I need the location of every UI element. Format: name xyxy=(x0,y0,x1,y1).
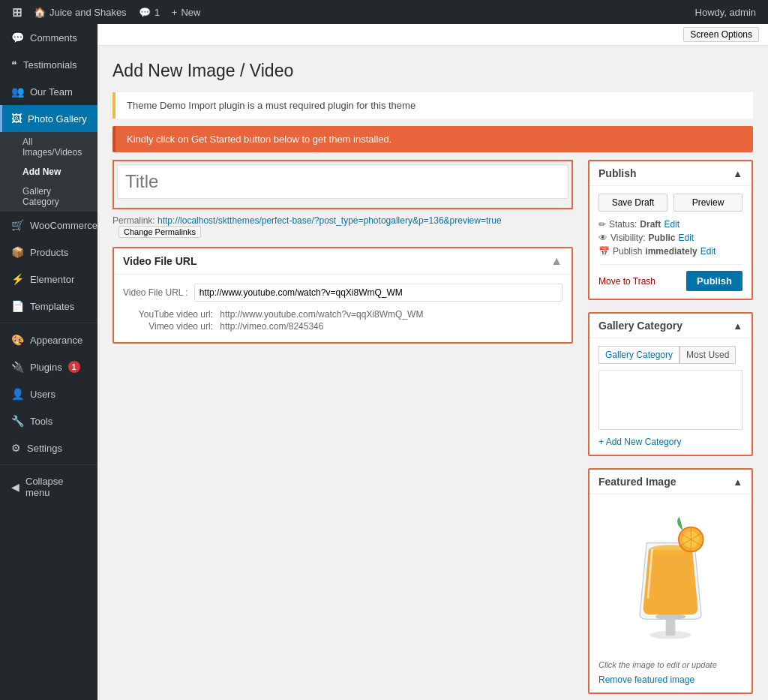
publish-buttons-row: Save Draft Preview xyxy=(598,194,742,212)
gallery-category-title: Gallery Category xyxy=(598,320,682,332)
sidebar-item-plugins[interactable]: 🔌 Plugins 1 xyxy=(0,353,98,380)
page-title: Add New Image / Video xyxy=(112,61,753,81)
settings-icon: ⚙ xyxy=(11,442,21,454)
gallery-category-header[interactable]: Gallery Category ▲ xyxy=(590,314,752,338)
howdy-text: Howdy, admin xyxy=(689,7,762,18)
sidebar-item-photo-gallery[interactable]: 🖼 Photo Gallery xyxy=(0,105,98,132)
submenu-add-new[interactable]: Add New xyxy=(0,162,98,182)
sidebar-item-templates[interactable]: 📄 Templates xyxy=(0,293,98,320)
permalink-url[interactable]: http://localhost/sktthemes/perfect-base/… xyxy=(158,215,502,226)
publish-immediately: immediately xyxy=(645,246,697,257)
sidebar-label-appearance: Appearance xyxy=(30,335,82,346)
sidebar-label-woocommerce: WooCommerce xyxy=(30,220,98,231)
sidebar-item-appearance[interactable]: 🎨 Appearance xyxy=(0,326,98,353)
save-draft-button[interactable]: Save Draft xyxy=(598,194,668,212)
featured-image-header[interactable]: Featured Image ▲ xyxy=(590,470,752,494)
sidebar-label-elementor: Elementor xyxy=(30,274,74,285)
visibility-value: Public xyxy=(648,233,675,243)
elementor-icon: ⚡ xyxy=(11,273,24,285)
visibility-edit-link[interactable]: Edit xyxy=(678,233,694,243)
featured-image-caption: Click the image to edit or update xyxy=(598,660,742,669)
plugins-badge: 1 xyxy=(68,361,80,373)
permalink-label: Permalink: xyxy=(112,215,155,226)
vimeo-url-row: Vimeo video url: http://vimeo.com/824534… xyxy=(123,321,562,332)
publish-title: Publish xyxy=(598,167,637,179)
video-url-input[interactable] xyxy=(194,284,562,302)
vimeo-url-value: http://vimeo.com/8245346 xyxy=(220,321,323,332)
sidebar-item-users[interactable]: 👤 Users xyxy=(0,380,98,407)
publish-button[interactable]: Publish xyxy=(686,271,742,291)
publish-edit-link[interactable]: Edit xyxy=(700,246,716,257)
publish-label: Publish xyxy=(613,246,642,257)
notice-plugin-text: Theme Demo Import plugin is a must requi… xyxy=(127,100,742,111)
wp-logo-icon: ⊞ xyxy=(12,5,22,20)
tools-icon: 🔧 xyxy=(11,415,24,427)
screen-options-button[interactable]: Screen Options xyxy=(683,27,759,42)
video-url-header[interactable]: Video File URL ▲ xyxy=(114,248,572,275)
sidebar-label-users: Users xyxy=(30,389,56,400)
gallery-tabs: Gallery Category Most Used xyxy=(598,346,742,364)
comments-count: 1 xyxy=(154,7,160,18)
submenu-gallery-category[interactable]: Gallery Category xyxy=(0,182,98,212)
sidebar-label-our-team: Our Team xyxy=(30,86,73,98)
comments-icon: 💬 xyxy=(139,7,151,18)
sidebar-item-settings[interactable]: ⚙ Settings xyxy=(0,434,98,461)
title-input[interactable] xyxy=(117,164,568,199)
video-url-row: Video File URL : xyxy=(123,284,562,302)
remove-featured-image-link[interactable]: Remove featured image xyxy=(598,674,694,685)
gallery-category-panel: Gallery Category ▲ Gallery Category Most… xyxy=(588,312,753,456)
photo-gallery-submenu: All Images/Videos Add New Gallery Catego… xyxy=(0,132,98,212)
sidebar-item-comments[interactable]: 💬 Comments xyxy=(0,24,98,51)
comments-icon: 💬 xyxy=(11,32,24,44)
gallery-tab-all[interactable]: Gallery Category xyxy=(598,346,680,364)
sidebar-item-tools[interactable]: 🔧 Tools xyxy=(0,407,98,434)
sidebar-item-elementor[interactable]: ⚡ Elementor xyxy=(0,266,98,293)
video-url-postbox: Video File URL ▲ Video File URL : YouTub… xyxy=(112,247,573,344)
change-permalinks-button[interactable]: Change Permalinks xyxy=(118,226,201,238)
sidebar-label-collapse: Collapse menu xyxy=(26,476,88,498)
add-new-category-link[interactable]: + Add New Category xyxy=(598,437,681,447)
pencil-icon: ✏ xyxy=(598,219,606,230)
site-name: Juice and Shakes xyxy=(50,7,127,18)
gallery-tab-most-used[interactable]: Most Used xyxy=(680,346,736,364)
plugins-icon: 🔌 xyxy=(11,361,24,373)
comments-link[interactable]: 💬 1 xyxy=(133,0,166,24)
submenu-all-images[interactable]: All Images/Videos xyxy=(0,132,98,162)
wp-logo-link[interactable]: ⊞ xyxy=(6,0,28,24)
featured-image-toggle-icon: ▲ xyxy=(733,476,742,488)
status-edit-link[interactable]: Edit xyxy=(664,219,680,230)
visibility-row: 👁 Visibility: Public Edit xyxy=(598,233,742,243)
main-content: Screen Options Add New Image / Video The… xyxy=(98,24,768,700)
preview-button[interactable]: Preview xyxy=(674,194,742,212)
sidebar-label-templates: Templates xyxy=(30,301,74,312)
sidebar-item-testimonials[interactable]: ❝ Testimonials xyxy=(0,51,98,78)
sidebar-item-our-team[interactable]: 👥 Our Team xyxy=(0,78,98,105)
move-to-trash-link[interactable]: Move to Trash xyxy=(598,276,656,287)
new-post-link[interactable]: + New xyxy=(166,0,207,24)
video-url-content: Video File URL : YouTube video url: http… xyxy=(114,275,572,342)
sidebar-label-testimonials: Testimonials xyxy=(23,59,77,71)
sidebar-label-photo-gallery: Photo Gallery xyxy=(28,113,87,125)
notice-plugin: Theme Demo Import plugin is a must requi… xyxy=(112,92,753,119)
sidebar-item-woocommerce[interactable]: 🛒 WooCommerce xyxy=(0,212,98,239)
featured-image-title: Featured Image xyxy=(598,476,676,488)
sidebar-item-products[interactable]: 📦 Products xyxy=(0,239,98,266)
admin-bar: ⊞ 🏠 Juice and Shakes 💬 1 + New Howdy, ad… xyxy=(0,0,768,24)
sidebar-item-collapse[interactable]: ◀ Collapse menu xyxy=(0,468,98,506)
video-url-toggle-icon: ▲ xyxy=(550,254,562,268)
appearance-icon: 🎨 xyxy=(11,334,24,346)
notice-get-started-text: Kindly click on Get Started button below… xyxy=(127,134,742,145)
publish-toggle-icon: ▲ xyxy=(733,168,742,179)
youtube-url-label: YouTube video url: xyxy=(123,309,213,320)
publish-time-row: 📅 Publish immediately Edit xyxy=(598,246,742,257)
publish-header[interactable]: Publish ▲ xyxy=(590,161,752,186)
publish-panel: Publish ▲ Save Draft Preview ✏ Status: xyxy=(588,160,753,300)
featured-image-display[interactable] xyxy=(598,502,742,654)
gallery-category-list[interactable] xyxy=(598,370,742,430)
site-name-link[interactable]: 🏠 Juice and Shakes xyxy=(28,0,133,24)
sidebar-label-tools: Tools xyxy=(30,416,52,427)
sidebar-label-settings: Settings xyxy=(27,443,62,454)
juice-glass-image xyxy=(614,502,727,652)
testimonials-icon: ❝ xyxy=(11,59,17,71)
collapse-icon: ◀ xyxy=(11,481,20,493)
